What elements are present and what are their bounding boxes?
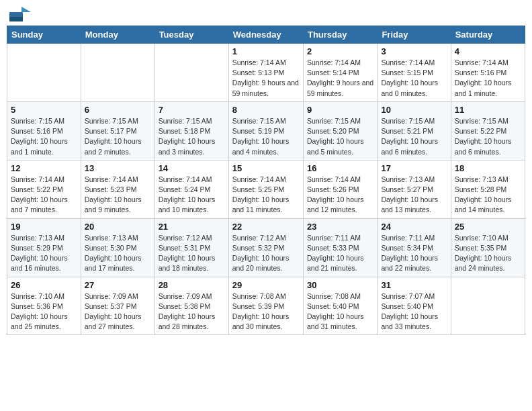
day-info: Sunrise: 7:14 AM Sunset: 5:24 PM Dayligh… (159, 175, 225, 216)
calendar-cell: 30Sunrise: 7:08 AM Sunset: 5:40 PM Dayli… (303, 277, 377, 335)
calendar-cell: 9Sunrise: 7:15 AM Sunset: 5:20 PM Daylig… (303, 101, 377, 160)
day-number: 9 (307, 105, 373, 115)
day-info: Sunrise: 7:13 AM Sunset: 5:30 PM Dayligh… (85, 233, 151, 274)
calendar-cell: 8Sunrise: 7:15 AM Sunset: 5:19 PM Daylig… (228, 101, 303, 160)
day-number: 5 (11, 105, 77, 115)
day-number: 2 (307, 46, 373, 56)
day-number: 26 (11, 280, 77, 290)
day-info: Sunrise: 7:14 AM Sunset: 5:16 PM Dayligh… (455, 58, 521, 99)
week-row-2: 5Sunrise: 7:15 AM Sunset: 5:16 PM Daylig… (7, 101, 525, 160)
calendar-cell: 2Sunrise: 7:14 AM Sunset: 5:14 PM Daylig… (303, 44, 377, 102)
calendar-cell: 23Sunrise: 7:11 AM Sunset: 5:33 PM Dayli… (303, 218, 377, 277)
day-info: Sunrise: 7:10 AM Sunset: 5:36 PM Dayligh… (11, 291, 77, 332)
day-number: 19 (11, 222, 77, 232)
day-number: 13 (85, 163, 151, 173)
day-number: 22 (232, 222, 300, 232)
weekday-header-monday: Monday (81, 26, 154, 44)
calendar-cell: 14Sunrise: 7:14 AM Sunset: 5:24 PM Dayli… (154, 160, 228, 218)
day-info: Sunrise: 7:08 AM Sunset: 5:40 PM Dayligh… (307, 291, 373, 332)
day-number: 21 (159, 222, 225, 232)
calendar-table: SundayMondayTuesdayWednesdayThursdayFrid… (7, 26, 525, 335)
calendar-cell: 15Sunrise: 7:14 AM Sunset: 5:25 PM Dayli… (228, 160, 303, 218)
calendar-cell: 6Sunrise: 7:15 AM Sunset: 5:17 PM Daylig… (81, 101, 154, 160)
weekday-header-sunday: Sunday (7, 26, 81, 44)
calendar-cell: 25Sunrise: 7:10 AM Sunset: 5:35 PM Dayli… (451, 218, 525, 277)
weekday-header-wednesday: Wednesday (228, 26, 303, 44)
day-info: Sunrise: 7:15 AM Sunset: 5:18 PM Dayligh… (159, 116, 225, 157)
calendar-cell: 16Sunrise: 7:14 AM Sunset: 5:26 PM Dayli… (303, 160, 377, 218)
day-info: Sunrise: 7:12 AM Sunset: 5:32 PM Dayligh… (232, 233, 300, 274)
day-info: Sunrise: 7:15 AM Sunset: 5:21 PM Dayligh… (381, 116, 447, 157)
week-row-3: 12Sunrise: 7:14 AM Sunset: 5:22 PM Dayli… (7, 160, 525, 218)
day-info: Sunrise: 7:11 AM Sunset: 5:34 PM Dayligh… (381, 233, 447, 274)
svg-marker-1 (21, 7, 31, 12)
calendar-cell: 29Sunrise: 7:08 AM Sunset: 5:39 PM Dayli… (228, 277, 303, 335)
day-number: 8 (232, 105, 300, 115)
day-info: Sunrise: 7:10 AM Sunset: 5:35 PM Dayligh… (455, 233, 521, 274)
calendar-cell: 17Sunrise: 7:13 AM Sunset: 5:27 PM Dayli… (378, 160, 451, 218)
calendar-cell: 27Sunrise: 7:09 AM Sunset: 5:37 PM Dayli… (81, 277, 154, 335)
logo (9, 7, 34, 21)
weekday-header-row: SundayMondayTuesdayWednesdayThursdayFrid… (7, 26, 525, 44)
weekday-header-saturday: Saturday (451, 26, 525, 44)
day-info: Sunrise: 7:12 AM Sunset: 5:31 PM Dayligh… (159, 233, 225, 274)
day-info: Sunrise: 7:15 AM Sunset: 5:22 PM Dayligh… (455, 116, 521, 157)
day-number: 10 (381, 105, 447, 115)
day-info: Sunrise: 7:07 AM Sunset: 5:40 PM Dayligh… (381, 291, 447, 332)
day-number: 3 (381, 46, 447, 56)
day-number: 18 (455, 163, 521, 173)
calendar-cell: 7Sunrise: 7:15 AM Sunset: 5:18 PM Daylig… (154, 101, 228, 160)
calendar-cell: 18Sunrise: 7:13 AM Sunset: 5:28 PM Dayli… (451, 160, 525, 218)
day-number: 11 (455, 105, 521, 115)
day-number: 17 (381, 163, 447, 173)
page-header (7, 7, 525, 21)
calendar-cell: 31Sunrise: 7:07 AM Sunset: 5:40 PM Dayli… (378, 277, 451, 335)
day-number: 6 (85, 105, 151, 115)
day-info: Sunrise: 7:15 AM Sunset: 5:19 PM Dayligh… (232, 116, 300, 157)
day-info: Sunrise: 7:14 AM Sunset: 5:14 PM Dayligh… (307, 58, 373, 99)
day-number: 7 (159, 105, 225, 115)
calendar-cell: 1Sunrise: 7:14 AM Sunset: 5:13 PM Daylig… (228, 44, 303, 102)
day-info: Sunrise: 7:15 AM Sunset: 5:16 PM Dayligh… (11, 116, 77, 157)
day-info: Sunrise: 7:14 AM Sunset: 5:13 PM Dayligh… (232, 58, 300, 99)
calendar-cell: 19Sunrise: 7:13 AM Sunset: 5:29 PM Dayli… (7, 218, 81, 277)
calendar-cell: 10Sunrise: 7:15 AM Sunset: 5:21 PM Dayli… (378, 101, 451, 160)
weekday-header-tuesday: Tuesday (154, 26, 228, 44)
day-number: 30 (307, 280, 373, 290)
calendar-cell: 21Sunrise: 7:12 AM Sunset: 5:31 PM Dayli… (154, 218, 228, 277)
day-info: Sunrise: 7:14 AM Sunset: 5:22 PM Dayligh… (11, 175, 77, 216)
calendar-cell: 28Sunrise: 7:09 AM Sunset: 5:38 PM Dayli… (154, 277, 228, 335)
day-number: 4 (455, 46, 521, 56)
day-number: 14 (159, 163, 225, 173)
calendar-cell (154, 44, 228, 102)
day-number: 28 (159, 280, 225, 290)
calendar-cell: 20Sunrise: 7:13 AM Sunset: 5:30 PM Dayli… (81, 218, 154, 277)
calendar-cell: 5Sunrise: 7:15 AM Sunset: 5:16 PM Daylig… (7, 101, 81, 160)
day-number: 16 (307, 163, 373, 173)
calendar-cell: 26Sunrise: 7:10 AM Sunset: 5:36 PM Dayli… (7, 277, 81, 335)
day-info: Sunrise: 7:11 AM Sunset: 5:33 PM Dayligh… (307, 233, 373, 274)
calendar-cell: 12Sunrise: 7:14 AM Sunset: 5:22 PM Dayli… (7, 160, 81, 218)
day-info: Sunrise: 7:14 AM Sunset: 5:15 PM Dayligh… (381, 58, 447, 99)
week-row-4: 19Sunrise: 7:13 AM Sunset: 5:29 PM Dayli… (7, 218, 525, 277)
day-info: Sunrise: 7:13 AM Sunset: 5:29 PM Dayligh… (11, 233, 77, 274)
svg-rect-2 (9, 12, 23, 17)
day-number: 15 (232, 163, 300, 173)
calendar-cell: 13Sunrise: 7:14 AM Sunset: 5:23 PM Dayli… (81, 160, 154, 218)
day-number: 24 (381, 222, 447, 232)
logo-icon (9, 7, 31, 21)
calendar-cell (451, 277, 525, 335)
week-row-1: 1Sunrise: 7:14 AM Sunset: 5:13 PM Daylig… (7, 44, 525, 102)
weekday-header-friday: Friday (378, 26, 451, 44)
calendar-cell: 11Sunrise: 7:15 AM Sunset: 5:22 PM Dayli… (451, 101, 525, 160)
calendar-cell: 24Sunrise: 7:11 AM Sunset: 5:34 PM Dayli… (378, 218, 451, 277)
day-info: Sunrise: 7:08 AM Sunset: 5:39 PM Dayligh… (232, 291, 300, 332)
calendar-cell: 4Sunrise: 7:14 AM Sunset: 5:16 PM Daylig… (451, 44, 525, 102)
day-number: 29 (232, 280, 300, 290)
day-info: Sunrise: 7:14 AM Sunset: 5:25 PM Dayligh… (232, 175, 300, 216)
day-number: 12 (11, 163, 77, 173)
day-info: Sunrise: 7:09 AM Sunset: 5:37 PM Dayligh… (85, 291, 151, 332)
day-number: 23 (307, 222, 373, 232)
day-info: Sunrise: 7:09 AM Sunset: 5:38 PM Dayligh… (159, 291, 225, 332)
day-info: Sunrise: 7:15 AM Sunset: 5:20 PM Dayligh… (307, 116, 373, 157)
